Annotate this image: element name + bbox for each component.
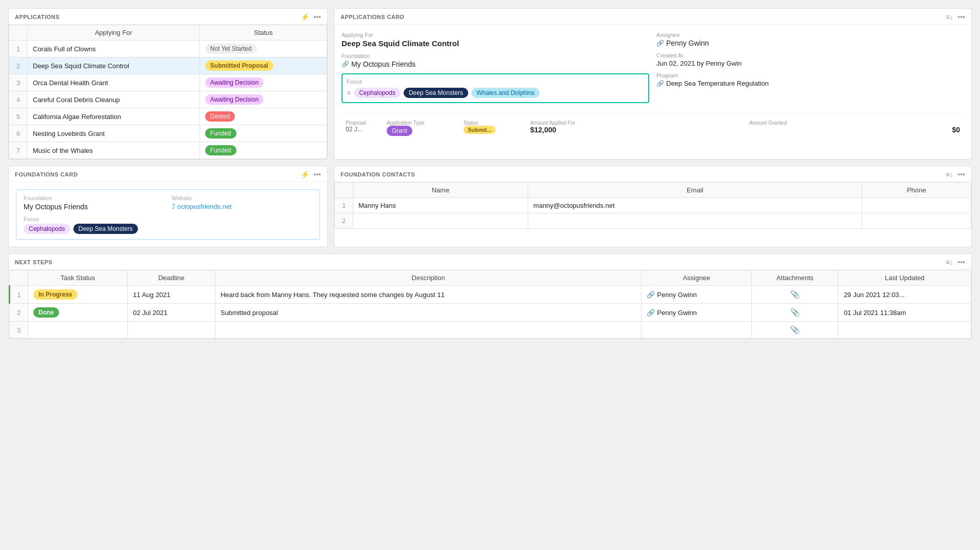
program-link-icon: 🔗: [656, 80, 664, 87]
website-value[interactable]: octopusfriends.net: [177, 203, 232, 210]
attachments-cell: 📎: [752, 304, 838, 322]
filter-icon2[interactable]: ⚡: [301, 170, 309, 179]
table-row[interactable]: 3 Orca Dental Health Grant Awaiting Deci…: [9, 74, 327, 91]
more-icon4[interactable]: •••: [957, 170, 965, 179]
contact-email: manny@octopusfriends.net: [528, 198, 862, 213]
status-cell: Not Yet Started: [199, 41, 327, 57]
foundations-card-panel: FOUNDATIONS Card ⚡ ••• Foundation My Oct…: [8, 166, 328, 247]
foundations-card-title: FOUNDATIONS Card: [15, 171, 78, 178]
table-row[interactable]: 1 In Progress 11 Aug 2021 Heard back fro…: [10, 286, 971, 304]
tag-cephalopods[interactable]: Cephalopods: [354, 88, 401, 98]
foundation-contacts-header: Foundation Contacts ≡↓ •••: [334, 166, 971, 182]
filter-icon[interactable]: ⚡: [301, 13, 309, 21]
tag-whales[interactable]: Whales and Dolphins: [471, 88, 539, 98]
contacts-col-num: [335, 183, 353, 198]
applications-header: APPLICATIONS ⚡ •••: [9, 9, 327, 25]
row-num: 4: [9, 91, 28, 108]
col-num: [9, 25, 28, 41]
foundation-name-section: Foundation My Octopus Friends: [24, 195, 165, 211]
next-steps-title: Next Steps: [15, 259, 52, 265]
task-status-cell: In Progress: [28, 286, 128, 304]
status-cell: Funded: [199, 125, 327, 142]
amount-applied-cell: Amount Applied For $12,000: [526, 118, 745, 138]
assignee-cell: 🔗Penny Gwinn: [642, 286, 752, 304]
app-type-label: Application Type: [387, 120, 455, 126]
contact-name: Manny Hans: [353, 198, 528, 213]
more-icon2[interactable]: •••: [957, 13, 965, 21]
foundation-focus-tags: Cephalopods Deep Sea Monsters: [24, 224, 312, 234]
more-icon5[interactable]: •••: [957, 258, 965, 266]
status-badge: Funded: [205, 128, 236, 139]
amount-granted-cell: Amount Granted $0: [745, 118, 964, 138]
foundation-focus-label: Focus: [24, 216, 312, 222]
applying-for-label: Applying For: [342, 32, 649, 38]
table-row[interactable]: 5 California Algae Reforestation Denied: [9, 108, 327, 125]
table-row[interactable]: 6 Nesting Lovebirds Grant Funded: [9, 125, 327, 142]
row-num: 3: [10, 322, 28, 339]
last-updated-cell: 29 Jun 2021 12:03...: [838, 286, 971, 304]
attachment-icon: 📎: [790, 290, 800, 299]
row-num: 5: [9, 108, 28, 125]
foundation-link-icon: 🔗: [342, 61, 349, 68]
applying-for-cell: Nesting Lovebirds Grant: [28, 125, 200, 142]
website-label: Website: [172, 195, 313, 201]
assignee-link-icon: 🔗: [656, 40, 664, 47]
foundation-tag-cephalopods[interactable]: Cephalopods: [24, 224, 70, 234]
status-label: Status: [464, 120, 522, 126]
table-row[interactable]: 2: [335, 213, 971, 229]
applying-for-value: Deep Sea Squid Climate Control: [342, 39, 649, 48]
status-badge: Not Yet Started: [205, 44, 257, 54]
table-row[interactable]: 4 Careful Coral Debris Cleanup Awaiting …: [9, 91, 327, 108]
table-row[interactable]: 2 Deep Sea Squid Climate Control Submitt…: [9, 57, 327, 74]
foundation-value: My Octopus Friends: [351, 60, 415, 68]
app-type-value: Grant: [387, 126, 412, 136]
col-status: Status: [199, 25, 327, 41]
table-row[interactable]: 1 Manny Hans manny@octopusfriends.net: [335, 198, 971, 213]
foundation-tag-deepsea[interactable]: Deep Sea Monsters: [73, 224, 138, 234]
proposal-value: 02 J...: [346, 126, 378, 133]
table-row[interactable]: 3 📎: [10, 322, 971, 339]
amount-applied-value: $12,000: [530, 126, 741, 134]
tag-deepsea[interactable]: Deep Sea Monsters: [404, 88, 468, 98]
contacts-col-phone: Phone: [862, 183, 971, 198]
table-row[interactable]: 1 Corals Full of Clowns Not Yet Started: [9, 41, 327, 57]
next-steps-toolbar: ≡↓ •••: [946, 258, 965, 266]
website-row: ⤴ octopusfriends.net: [172, 203, 313, 210]
attachments-cell: 📎: [752, 286, 838, 304]
applications-card-panel: APPLICATIONS Card ≡↓ ••• Applying For De…: [334, 8, 972, 160]
description-cell: Submitted proposal: [215, 304, 641, 322]
status-cell: Awaiting Decision: [199, 91, 327, 108]
attachment-icon: 📎: [790, 325, 800, 334]
row-num: 7: [9, 142, 28, 159]
contact-phone: [862, 213, 971, 229]
foundation-contacts-panel: Foundation Contacts ≡↓ ••• Name Email Ph…: [334, 166, 972, 247]
ns-col-num: [10, 270, 28, 286]
status-cell: Funded: [199, 142, 327, 159]
card-right: Assignee 🔗 Penny Gwinn Created At Jun 02…: [656, 32, 964, 108]
task-status-cell: [28, 322, 128, 339]
status-cell: Awaiting Decision: [199, 74, 327, 91]
applying-for-cell: Corals Full of Clowns: [28, 41, 200, 57]
focus-box-label: Focus: [347, 78, 644, 85]
last-updated-cell: 01 Jul 2021 11:38am: [838, 304, 971, 322]
applying-for-cell: Orca Dental Health Grant: [28, 74, 200, 91]
more-icon[interactable]: •••: [313, 13, 321, 21]
more-icon3[interactable]: •••: [313, 170, 321, 179]
task-status-badge: Done: [33, 307, 59, 318]
amount-applied-label: Amount Applied For: [530, 120, 741, 126]
table-row[interactable]: 2 Done 02 Jul 2021 Submitted proposal 🔗P…: [10, 304, 971, 322]
table-row[interactable]: 7 Music of the Whales Funded: [9, 142, 327, 159]
card-left: Applying For Deep Sea Squid Climate Cont…: [342, 32, 649, 108]
last-updated-cell: [838, 322, 971, 339]
focus-box: Focus ≡ Cephalopods Deep Sea Monsters Wh…: [342, 73, 649, 103]
foundation-contacts-toolbar: ≡↓ •••: [946, 170, 965, 179]
sort-icon2[interactable]: ≡↓: [946, 170, 953, 179]
task-status-cell: Done: [28, 304, 128, 322]
row-num: 6: [9, 125, 28, 142]
row-num: 1: [335, 198, 353, 213]
foundation-name-value: My Octopus Friends: [24, 203, 165, 211]
sort-icon3[interactable]: ≡↓: [946, 258, 953, 266]
sort-icon[interactable]: ≡↓: [946, 13, 953, 21]
ns-col-last-updated: Last Updated: [838, 270, 971, 286]
applications-panel: APPLICATIONS ⚡ ••• Applying For Status 1…: [8, 8, 328, 160]
